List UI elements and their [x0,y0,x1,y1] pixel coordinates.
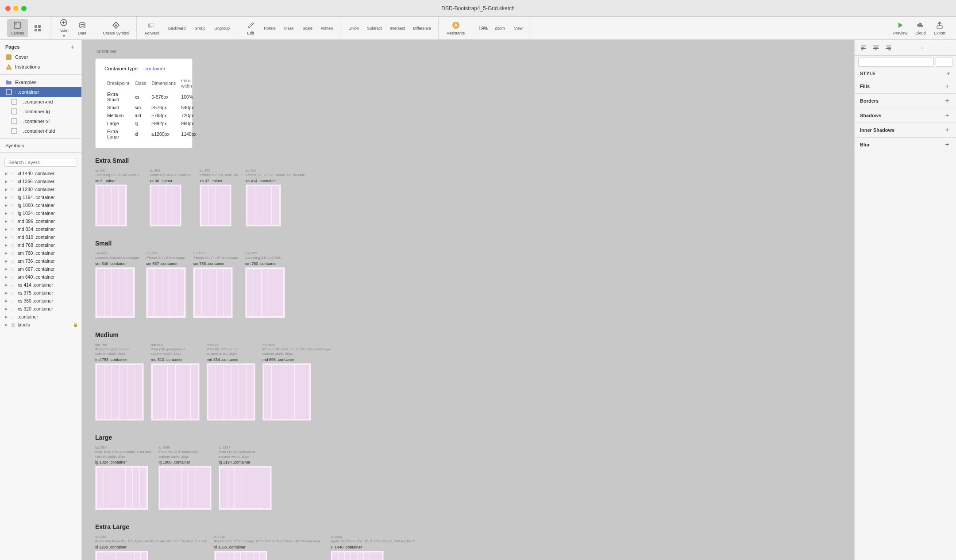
toolbar-assistants-group: A Assistants [439,17,472,39]
blur-header[interactable]: Blur + [855,138,956,152]
insert-button[interactable]: Insert ▼ [55,16,73,40]
assistants-button[interactable]: A Assistants [443,19,468,37]
inner-shadows-header[interactable]: Inner Shadows + [855,123,956,137]
layer-item-sm640[interactable]: ▶ □ sm 640 .container [0,273,81,281]
layer-item-lg1080[interactable]: ▶ □ lg 1080 .container [0,201,81,209]
canvas-scroll[interactable]: .container Container type: .container Br… [82,40,854,560]
view-button[interactable]: View [509,24,527,32]
align-right-button[interactable] [883,42,894,53]
layer-item-xs414[interactable]: ▶ □ xs 414 .container [0,281,81,289]
shadows-header[interactable]: Shadows + [855,108,956,123]
maximize-button[interactable] [21,6,27,11]
intersect-button[interactable]: Intersect [386,24,409,32]
borders-add-button[interactable]: + [944,97,951,104]
grid-col [254,552,259,560]
table-row: Smallsm≥576px540px [104,104,199,111]
canvas-button[interactable]: Canvas [7,19,28,37]
sidebar-item-container-lg[interactable]: · .container-lg [0,107,81,116]
add-page-button[interactable]: + [69,43,76,50]
sidebar-item-container-xl[interactable]: · .container-xl [0,116,81,126]
align-left-button[interactable] [858,42,869,53]
layer-item-xs320[interactable]: ▶ □ xs 320 .container [0,305,81,313]
difference-button[interactable]: Difference [409,24,435,32]
grid-col [235,468,241,508]
blur-add-button[interactable]: + [944,141,951,148]
borders-header[interactable]: Borders + [855,94,956,108]
grid-item-info-md834: md 834iPad Pro 11" portraitcolumn width:… [207,343,255,357]
layer-item-xs375[interactable]: ▶ □ xs 375 .container [0,289,81,297]
layer-icon-container [5,88,12,96]
backward-button[interactable]: Backward [165,24,189,32]
distribute-h-button[interactable]: ≡ [917,42,928,53]
sidebar-item-symbols[interactable]: Symbols [0,142,81,150]
sidebar-item-cover[interactable]: Cover [0,52,81,62]
zoom-button[interactable]: Zoom [491,24,509,32]
grid-col [255,186,263,225]
layer-item-lg1194[interactable]: ▶ □ lg 1194 .container [0,193,81,201]
forward-button[interactable]: Forward [141,19,163,37]
svg-rect-4 [35,29,37,31]
grid-item-label-sm667: sm 667 .container [146,261,186,266]
fills-header[interactable]: Fills + [855,79,956,93]
sidebar-item-instructions[interactable]: ! Instructions [0,62,81,72]
scale-button[interactable]: Scale [299,24,316,32]
sidebar-item-container[interactable]: · .container [0,87,81,97]
sidebar-item-examples[interactable]: Examples [0,77,81,87]
layer-item-xl1280[interactable]: ▶ □ xl 1280 .container [0,185,81,193]
sidebar-item-container-fluid[interactable]: · .container-fluid [0,126,81,136]
close-button[interactable] [5,6,11,11]
grid-item-sm760: sm 760Samsung S10, LG G8... sm 760 .cont… [245,251,285,318]
layer-name: sm 667 .container [18,266,54,272]
container-type-header: Container type: .container [104,66,183,71]
group-button[interactable]: Group [191,24,209,32]
layer-item-labels[interactable]: ▶ ▥ labels 🔒 [0,321,81,329]
table-row: Extra Smallxs0-576px100% [104,90,199,104]
layer-item-container[interactable]: ▶ □ .container [0,313,81,321]
panel-more-button[interactable]: ⋯ [942,42,952,53]
grid-col [153,365,160,419]
rotate-button[interactable]: Rotate [260,24,279,32]
export-button[interactable]: Export [930,19,949,37]
minimize-button[interactable] [13,6,19,11]
preview-button[interactable]: Preview [890,19,911,37]
layer-item-md834[interactable]: ▶ □ md 834 .container [0,225,81,233]
create-symbol-button[interactable]: Create Symbol [100,19,133,37]
union-button[interactable]: Union [345,24,362,32]
shadows-add-button[interactable]: + [944,112,951,119]
layer-item-sm760[interactable]: ▶ □ sm 760 .container [0,249,81,257]
layer-item-xs360[interactable]: ▶ □ xs 360 .container [0,297,81,305]
layer-name: md 834 .container [18,226,55,232]
mask-button[interactable]: Mask [280,24,298,32]
layer-item-xl1440[interactable]: ▶ □ xl 1440 .container [0,169,81,177]
layer-item-sm667[interactable]: ▶ □ sm 667 .container [0,265,81,273]
flatten-button[interactable]: Flatten [317,24,337,32]
inner-shadows-add-button[interactable]: + [944,127,951,134]
subtract-button[interactable]: Subtract [363,24,385,32]
layer-item-md896[interactable]: ▶ □ md 896 .container [0,217,81,225]
layer-item-md810[interactable]: ▶ □ md 810 .container [0,233,81,241]
grid-col [201,186,208,225]
sidebar-item-container-md[interactable]: · .container-md [0,97,81,107]
grid-item-xs320: xs 320Samsung S5,S8,S8+,Note 5... xs 3..… [95,169,143,226]
grid-button[interactable] [29,22,46,35]
data-button[interactable]: Data [73,19,91,37]
canvas-area[interactable]: .container Container type: .container Br… [82,40,854,560]
layer-item-lg1024[interactable]: ▶ □ lg 1024 .container [0,209,81,217]
color-input[interactable] [858,57,934,67]
fills-section: Fills + [855,79,956,94]
section-extra-large: Extra Large xl 1280Apple MacBook Pro 13"… [95,523,841,560]
ungroup-button[interactable]: Ungroup [211,24,234,32]
grid-col [260,552,266,560]
grid-col [160,468,167,508]
opacity-input[interactable] [936,57,952,67]
layer-item-sm736[interactable]: ▶ □ sm 736 .container [0,257,81,265]
distribute-v-button[interactable]: ⋮ [929,42,940,53]
layer-item-md768[interactable]: ▶ □ md 768 .container [0,241,81,249]
grid-col [247,552,253,560]
edit-button[interactable]: Edit [242,19,259,37]
fills-add-button[interactable]: + [944,83,951,90]
align-center-button[interactable] [871,42,881,53]
layer-item-xl1366[interactable]: ▶ □ xl 1366 .container [0,177,81,185]
layers-search-input[interactable] [4,158,77,167]
cloud-button[interactable]: Cloud [912,19,929,37]
